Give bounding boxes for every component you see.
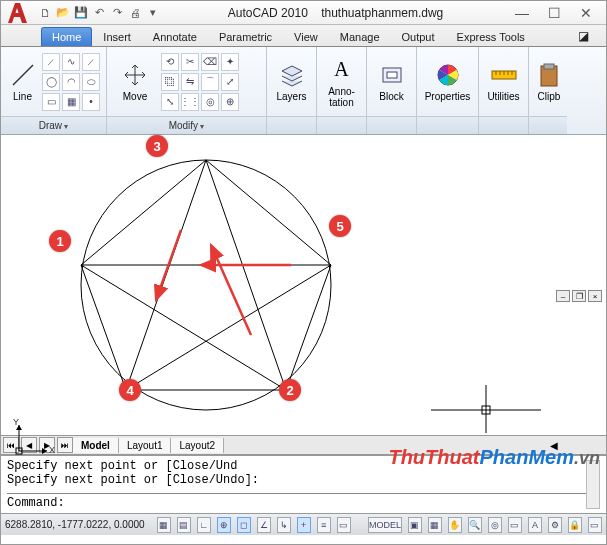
- utilities-button[interactable]: Utilities: [485, 52, 522, 112]
- lwt-toggle[interactable]: ≡: [317, 517, 331, 533]
- cmd-prompt[interactable]: Command:: [7, 496, 600, 510]
- tab-express-tools[interactable]: Express Tools: [446, 27, 536, 46]
- ribbon: Line ⟋ ∿ ⟋ ◯ ◠ ⬭ ▭ ▦ • Draw Move ⟲: [1, 47, 606, 135]
- minimize-button[interactable]: —: [510, 5, 534, 21]
- modify-flyout-grid: ⟲ ✂ ⌫ ✦ ⿻ ⇋ ⌒ ⤢ ⤡ ⋮⋮ ◎ ⊕: [161, 53, 239, 111]
- layers-button[interactable]: Layers: [273, 52, 310, 112]
- marker-3: 3: [146, 135, 168, 157]
- file-name: thuthuatphanmem.dwg: [321, 6, 443, 20]
- text-icon: A: [328, 56, 356, 84]
- qat-print-icon[interactable]: 🖨: [127, 5, 143, 21]
- svg-line-21: [211, 245, 251, 335]
- qat-undo-icon[interactable]: ↶: [91, 5, 107, 21]
- annotation-button[interactable]: A Anno- tation: [323, 52, 360, 112]
- tab-manage[interactable]: Manage: [329, 27, 391, 46]
- fillet-icon[interactable]: ⌒: [201, 73, 219, 91]
- hatch-icon[interactable]: ▦: [62, 93, 80, 111]
- explode-icon[interactable]: ✦: [221, 53, 239, 71]
- panel-layers: Layers: [267, 47, 317, 134]
- qat-dropdown-icon[interactable]: ▾: [145, 5, 161, 21]
- polar-toggle[interactable]: ⊕: [217, 517, 231, 533]
- pan-icon[interactable]: ✋: [448, 517, 462, 533]
- scale-icon[interactable]: ⤡: [161, 93, 179, 111]
- osnap-toggle[interactable]: ◻: [237, 517, 251, 533]
- measure-icon: [490, 61, 518, 89]
- hscroll-left-icon[interactable]: ◀: [550, 440, 558, 451]
- drawing-area[interactable]: – ❐ × 1 2 3 4 5 Y X: [1, 135, 606, 435]
- polyline-icon[interactable]: ⟋: [42, 53, 60, 71]
- ellipse-icon[interactable]: ⬭: [82, 73, 100, 91]
- ortho-toggle[interactable]: ∟: [197, 517, 211, 533]
- qat-open-icon[interactable]: 📂: [55, 5, 71, 21]
- spline-icon[interactable]: ∿: [62, 53, 80, 71]
- offset-icon[interactable]: ◎: [201, 93, 219, 111]
- layout-quick-view2-icon[interactable]: ▦: [428, 517, 442, 533]
- otrack-toggle[interactable]: ∠: [257, 517, 271, 533]
- window-controls: — ☐ ✕: [510, 5, 598, 21]
- model-space-button[interactable]: MODEL: [368, 517, 402, 533]
- command-window[interactable]: Specify next point or [Close/Und Specify…: [1, 455, 606, 513]
- mirror-icon[interactable]: ⇋: [181, 73, 199, 91]
- workspace-icon[interactable]: ⚙: [548, 517, 562, 533]
- tab-layout1[interactable]: Layout1: [119, 438, 172, 453]
- app-menu-button[interactable]: [5, 0, 31, 26]
- tab-home[interactable]: Home: [41, 27, 92, 46]
- point-icon[interactable]: •: [82, 93, 100, 111]
- properties-button[interactable]: Properties: [423, 52, 472, 112]
- clean-screen-icon[interactable]: ▭: [588, 517, 602, 533]
- steering-icon[interactable]: ◎: [488, 517, 502, 533]
- tab-annotate[interactable]: Annotate: [142, 27, 208, 46]
- svg-line-15: [206, 160, 286, 390]
- marker-5: 5: [329, 215, 351, 237]
- line-icon: [9, 61, 37, 89]
- rotate-icon[interactable]: ⟲: [161, 53, 179, 71]
- erase-icon[interactable]: ⌫: [201, 53, 219, 71]
- tab-output[interactable]: Output: [391, 27, 446, 46]
- nav-last-icon[interactable]: ⏭: [57, 437, 73, 453]
- join-icon[interactable]: ⊕: [221, 93, 239, 111]
- tab-view[interactable]: View: [283, 27, 329, 46]
- move-button[interactable]: Move: [113, 52, 157, 112]
- marker-1: 1: [49, 230, 71, 252]
- ribbon-help-icon[interactable]: ◪: [567, 25, 600, 46]
- tab-model[interactable]: Model: [73, 438, 119, 453]
- array-icon[interactable]: ⋮⋮: [181, 93, 199, 111]
- layout-quick-view-icon[interactable]: ▣: [408, 517, 422, 533]
- arc-icon[interactable]: ◠: [62, 73, 80, 91]
- tab-insert[interactable]: Insert: [92, 27, 142, 46]
- construction-line-icon[interactable]: ⟋: [82, 53, 100, 71]
- panel-title-modify[interactable]: Modify: [107, 116, 266, 134]
- ribbon-tab-strip: Home Insert Annotate Parametric View Man…: [1, 25, 606, 47]
- qat-new-icon[interactable]: 🗋: [37, 5, 53, 21]
- showmotion-icon[interactable]: ▭: [508, 517, 522, 533]
- tab-layout2[interactable]: Layout2: [171, 438, 224, 453]
- clipboard-button[interactable]: Clipb: [535, 52, 563, 112]
- maximize-button[interactable]: ☐: [542, 5, 566, 21]
- stretch-icon[interactable]: ⤢: [221, 73, 239, 91]
- qat-save-icon[interactable]: 💾: [73, 5, 89, 21]
- layout-tab-bar: ⏮ ◀ ▶ ⏭ Model Layout1 Layout2 ◀: [1, 435, 606, 455]
- panel-draw: Line ⟋ ∿ ⟋ ◯ ◠ ⬭ ▭ ▦ • Draw: [1, 47, 107, 134]
- cmd-scrollbar[interactable]: [586, 460, 600, 509]
- close-button[interactable]: ✕: [574, 5, 598, 21]
- annoscale-icon[interactable]: A: [528, 517, 542, 533]
- toolbar-lock-icon[interactable]: 🔒: [568, 517, 582, 533]
- zoom-icon[interactable]: 🔍: [468, 517, 482, 533]
- panel-modify: Move ⟲ ✂ ⌫ ✦ ⿻ ⇋ ⌒ ⤢ ⤡ ⋮⋮ ◎ ⊕ Modify: [107, 47, 267, 134]
- grid-toggle[interactable]: ▤: [177, 517, 191, 533]
- dyn-toggle[interactable]: +: [297, 517, 311, 533]
- circle-icon[interactable]: ◯: [42, 73, 60, 91]
- qat-redo-icon[interactable]: ↷: [109, 5, 125, 21]
- qp-toggle[interactable]: ▭: [337, 517, 351, 533]
- snap-toggle[interactable]: ▦: [157, 517, 171, 533]
- color-wheel-icon: [434, 61, 462, 89]
- tab-parametric[interactable]: Parametric: [208, 27, 283, 46]
- line-button[interactable]: Line: [7, 52, 38, 112]
- panel-title-draw[interactable]: Draw: [1, 116, 106, 134]
- trim-icon[interactable]: ✂: [181, 53, 199, 71]
- ducs-toggle[interactable]: ↳: [277, 517, 291, 533]
- block-button[interactable]: Block: [373, 52, 410, 112]
- rectangle-icon[interactable]: ▭: [42, 93, 60, 111]
- copy-icon[interactable]: ⿻: [161, 73, 179, 91]
- paste-icon: [535, 61, 563, 89]
